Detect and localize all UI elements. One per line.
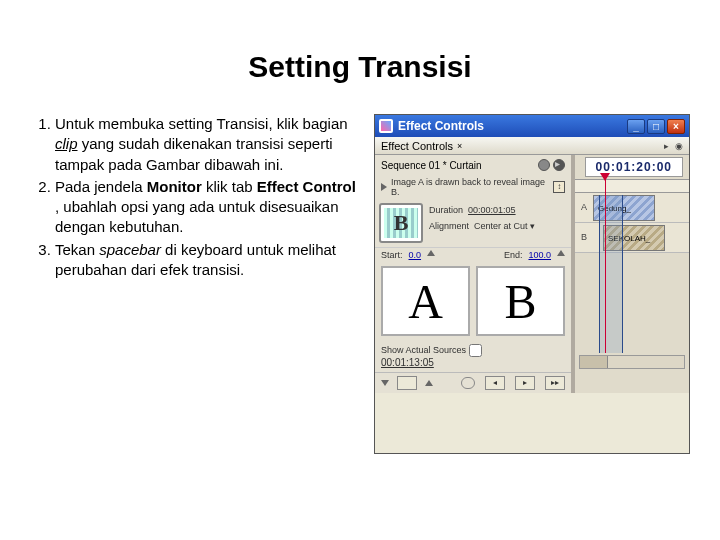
maximize-button[interactable]: □ (647, 119, 665, 134)
description-text: Image A is drawn back to reveal image B. (391, 177, 549, 197)
next-button[interactable]: ▸▸ (545, 376, 565, 390)
transition-span[interactable] (599, 195, 623, 353)
alignment-label: Alignment (429, 221, 469, 231)
prev-button[interactable]: ◂ (485, 376, 505, 390)
play-button[interactable]: ▸ (515, 376, 535, 390)
start-slider-icon[interactable] (427, 250, 435, 256)
tab-close-icon[interactable]: × (457, 141, 462, 151)
show-actual-label: Show Actual Sources (381, 345, 466, 355)
end-slider-icon[interactable] (557, 250, 565, 256)
window-titlebar[interactable]: Effect Controls _ □ × (375, 115, 689, 137)
end-label: End: (504, 250, 523, 260)
show-actual-checkbox[interactable] (469, 344, 482, 357)
panel-menu-icon[interactable]: ▸ (664, 141, 669, 151)
preview-a: A (381, 266, 470, 336)
sequence-header: Sequence 01 * Curtain (375, 155, 571, 175)
step-3: Tekan spacebar di keyboard untuk melihat… (55, 240, 360, 281)
playhead[interactable] (605, 179, 606, 353)
zoom-out-icon[interactable] (381, 380, 389, 386)
description-row: Image A is drawn back to reveal image B.… (375, 175, 571, 199)
transport-bar: ◂ ▸ ▸▸ (375, 372, 571, 393)
app-icon (379, 119, 393, 133)
disclosure-icon[interactable] (381, 183, 387, 191)
loop-button[interactable] (461, 377, 475, 389)
page-title: Setting Transisi (30, 0, 690, 114)
current-time[interactable]: 00:01:13:05 (381, 357, 434, 368)
step-1: Untuk membuka setting Transisi, klik bag… (55, 114, 360, 175)
duration-value[interactable]: 00:00:01:05 (468, 205, 516, 215)
zoom-slider[interactable] (397, 376, 417, 390)
steps-list: Untuk membuka setting Transisi, klik bag… (30, 114, 360, 280)
end-value[interactable]: 100.0 (528, 250, 551, 260)
instruction-column: Untuk membuka setting Transisi, klik bag… (30, 114, 360, 454)
mini-timeline[interactable]: 00:01:20:00 A Gedung_ B SEKOLAH_ (575, 155, 689, 393)
duration-label: Duration (429, 205, 463, 215)
step-2: Pada jendela Monitor klik tab Effect Con… (55, 177, 360, 238)
show-actual-row: Show Actual Sources 00:01:13:05 (375, 340, 571, 372)
start-value[interactable]: 0.0 (409, 250, 422, 260)
effect-controls-window: Effect Controls _ □ × Effect Controls × … (374, 114, 690, 454)
effect-properties-panel: Sequence 01 * Curtain Image A is drawn b… (375, 155, 575, 393)
zoom-in-icon[interactable] (425, 380, 433, 386)
timeline-scrollbar[interactable] (579, 355, 685, 369)
expand-icon[interactable] (553, 159, 565, 171)
transition-thumb[interactable]: B (379, 203, 423, 243)
minimize-button[interactable]: _ (627, 119, 645, 134)
tab-effect-controls[interactable]: Effect Controls (381, 140, 453, 152)
time-ruler[interactable] (575, 179, 689, 193)
toggle-icon[interactable] (538, 159, 550, 171)
track-a: A Gedung_ (575, 193, 689, 223)
reverse-checkbox[interactable]: ↕ (553, 181, 565, 193)
alignment-dropdown[interactable]: Center at Cut ▾ (474, 221, 535, 231)
track-b: B SEKOLAH_ (575, 223, 689, 253)
window-title: Effect Controls (398, 119, 484, 133)
panel-options-icon[interactable]: ◉ (675, 141, 683, 151)
preview-b: B (476, 266, 565, 336)
sequence-label: Sequence 01 * Curtain (381, 160, 482, 171)
start-label: Start: (381, 250, 403, 260)
close-button[interactable]: × (667, 119, 685, 134)
panel-tabbar: Effect Controls × ▸ ◉ (375, 137, 689, 155)
start-end-row: Start: 0.0 End: 100.0 (375, 247, 571, 262)
